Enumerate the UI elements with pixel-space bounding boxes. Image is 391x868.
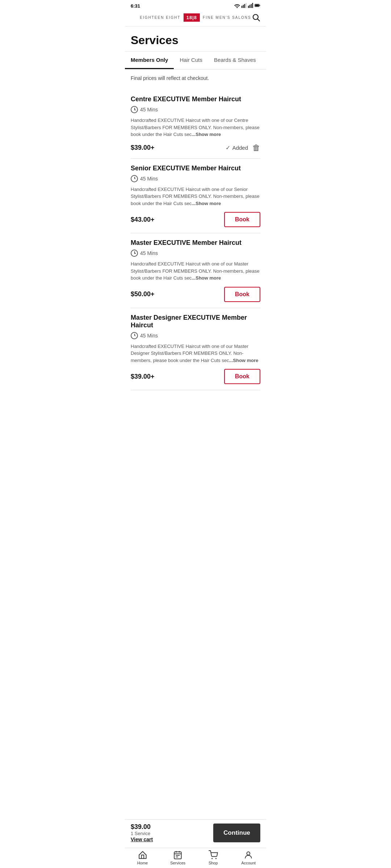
- status-icons: [234, 3, 260, 9]
- svg-rect-7: [252, 3, 253, 8]
- service-price-centre: $39.00+: [131, 144, 155, 152]
- clock-icon-centre: [131, 106, 138, 113]
- status-bar: 6:31: [125, 0, 266, 10]
- added-indicator-centre: ✓ Added: [226, 144, 248, 151]
- svg-rect-4: [248, 6, 249, 8]
- price-note: Final prices will reflect at checkout.: [131, 75, 260, 81]
- tab-coloring[interactable]: Coloring: [262, 52, 266, 69]
- duration-text-master: 45 Mins: [140, 250, 158, 256]
- svg-rect-6: [251, 4, 252, 8]
- tab-hair-cuts[interactable]: Hair Cuts: [174, 52, 208, 69]
- show-more-master-designer[interactable]: ...Show more: [229, 358, 258, 363]
- service-desc-senior: Handcrafted EXECUTIVE Haircut with one o…: [131, 186, 260, 207]
- duration-text-senior: 45 Mins: [140, 176, 158, 182]
- service-title-master-executive: Master EXECUTIVE Member Haircut: [131, 239, 260, 247]
- clock-icon-master-designer: [131, 332, 138, 339]
- service-desc-master-designer: Handcrafted EXECUTIVE Haircut with one o…: [131, 343, 260, 364]
- service-duration-master-designer: 45 Mins: [131, 332, 260, 339]
- check-icon-centre: ✓: [226, 144, 230, 151]
- delete-button-centre[interactable]: 🗑: [252, 143, 260, 153]
- search-button[interactable]: [252, 13, 260, 24]
- duration-text-centre: 45 Mins: [140, 107, 158, 112]
- svg-rect-9: [260, 5, 260, 6]
- service-desc-master: Handcrafted EXECUTIVE Haircut with one o…: [131, 260, 260, 282]
- clock-icon-senior: [131, 175, 138, 182]
- page-title-section: Services: [125, 26, 266, 52]
- book-button-master-designer[interactable]: Book: [224, 369, 260, 384]
- tabs-container: Members Only Hair Cuts Beards & Shaves C…: [125, 52, 266, 69]
- service-title-master-designer: Master Designer EXECUTIVE Member Haircut: [131, 314, 260, 329]
- service-action-centre: ✓ Added 🗑: [226, 143, 260, 153]
- status-time: 6:31: [131, 3, 140, 9]
- logo-text-right: FINE MEN'S SALONS: [203, 16, 251, 20]
- svg-rect-1: [243, 5, 244, 8]
- svg-rect-0: [241, 6, 242, 8]
- tab-members-only[interactable]: Members Only: [125, 52, 174, 69]
- service-title-centre-executive: Centre EXECUTIVE Member Haircut: [131, 95, 260, 103]
- page-title: Services: [131, 34, 260, 47]
- svg-rect-5: [249, 5, 250, 8]
- tab-beards-shaves[interactable]: Beards & Shaves: [208, 52, 262, 69]
- show-more-master[interactable]: ...Show more: [192, 275, 221, 281]
- svg-line-12: [258, 19, 260, 21]
- service-price-master-designer: $39.00+: [131, 373, 155, 380]
- service-footer-centre: $39.00+ ✓ Added 🗑: [131, 143, 260, 153]
- clock-icon-master: [131, 250, 138, 257]
- service-price-master: $50.00+: [131, 290, 155, 298]
- book-button-master[interactable]: Book: [224, 287, 260, 302]
- svg-rect-3: [246, 3, 247, 8]
- logo-box: 18|8: [184, 13, 200, 22]
- show-more-centre[interactable]: ...Show more: [192, 132, 221, 137]
- service-duration-senior: 45 Mins: [131, 175, 260, 182]
- service-card-centre-executive: Centre EXECUTIVE Member Haircut 45 Mins …: [131, 90, 260, 159]
- svg-rect-10: [255, 4, 259, 7]
- service-card-senior-executive: Senior EXECUTIVE Member Haircut 45 Mins …: [131, 159, 260, 234]
- book-button-senior[interactable]: Book: [224, 212, 260, 227]
- wifi-icon: [234, 3, 240, 9]
- app-header: EIGHTEEN EIGHT 18|8 FINE MEN'S SALONS: [125, 10, 266, 26]
- signal1-icon: [241, 3, 247, 9]
- service-desc-centre: Handcrafted EXECUTIVE Haircut with one o…: [131, 117, 260, 138]
- added-label-centre: Added: [232, 145, 248, 151]
- battery-icon: [255, 3, 260, 9]
- service-footer-senior: $43.00+ Book: [131, 212, 260, 227]
- service-footer-master: $50.00+ Book: [131, 287, 260, 302]
- logo-text-left: EIGHTEEN EIGHT: [140, 16, 180, 20]
- logo: EIGHTEEN EIGHT 18|8 FINE MEN'S SALONS: [140, 13, 251, 22]
- svg-rect-2: [244, 4, 245, 8]
- service-footer-master-designer: $39.00+ Book: [131, 369, 260, 384]
- signal2-icon: [248, 3, 253, 9]
- service-price-senior: $43.00+: [131, 216, 155, 224]
- content-area: Final prices will reflect at checkout. C…: [125, 69, 266, 434]
- service-card-master-designer: Master Designer EXECUTIVE Member Haircut…: [131, 308, 260, 391]
- service-duration-master: 45 Mins: [131, 250, 260, 257]
- service-title-senior-executive: Senior EXECUTIVE Member Haircut: [131, 165, 260, 172]
- show-more-senior[interactable]: ...Show more: [192, 201, 221, 206]
- duration-text-master-designer: 45 Mins: [140, 333, 158, 339]
- service-duration-centre: 45 Mins: [131, 106, 260, 113]
- service-card-master-executive: Master EXECUTIVE Member Haircut 45 Mins …: [131, 233, 260, 308]
